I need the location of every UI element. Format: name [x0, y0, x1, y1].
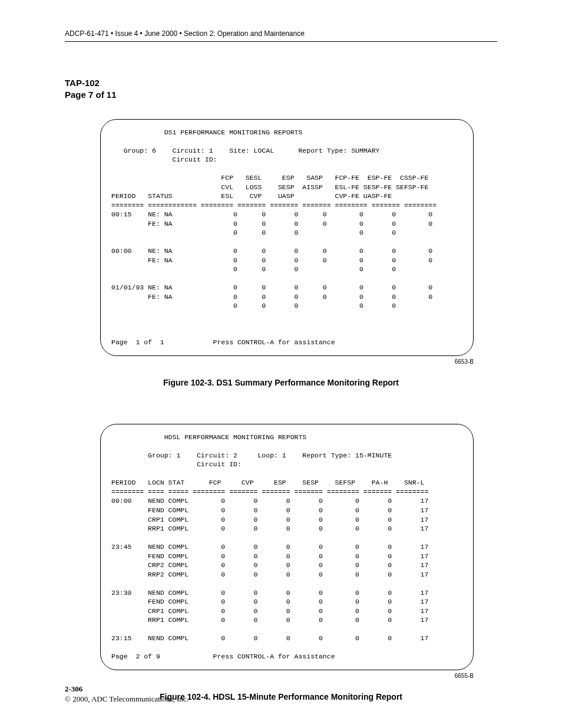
tap-title: TAP-102 [65, 77, 497, 89]
tap-page: Page 7 of 11 [65, 89, 497, 101]
page-number: 2-306 [65, 684, 189, 694]
hdsl-report-frame: HDSL PERFORMANCE MONITORING REPORTS Grou… [100, 424, 474, 670]
hdsl-report-text: HDSL PERFORMANCE MONITORING REPORTS Grou… [111, 433, 462, 661]
ds1-report-frame: DS1 PERFORMANCE MONITORING REPORTS Group… [100, 119, 474, 356]
ds1-figure-code: 6653-B [65, 358, 474, 365]
hdsl-figure-code: 6655-B [65, 673, 474, 679]
ds1-figure-caption: Figure 102-3. DS1 Summary Performance Mo… [65, 378, 497, 387]
copyright: © 2000, ADC Telecommunications, Inc. [65, 694, 189, 704]
tap-block: TAP-102 Page 7 of 11 [65, 77, 497, 101]
document-header: ADCP-61-471 • Issue 4 • June 2000 • Sect… [65, 29, 497, 42]
page-footer: 2-306 © 2000, ADC Telecommunications, In… [65, 684, 189, 704]
ds1-report-text: DS1 PERFORMANCE MONITORING REPORTS Group… [111, 128, 462, 347]
